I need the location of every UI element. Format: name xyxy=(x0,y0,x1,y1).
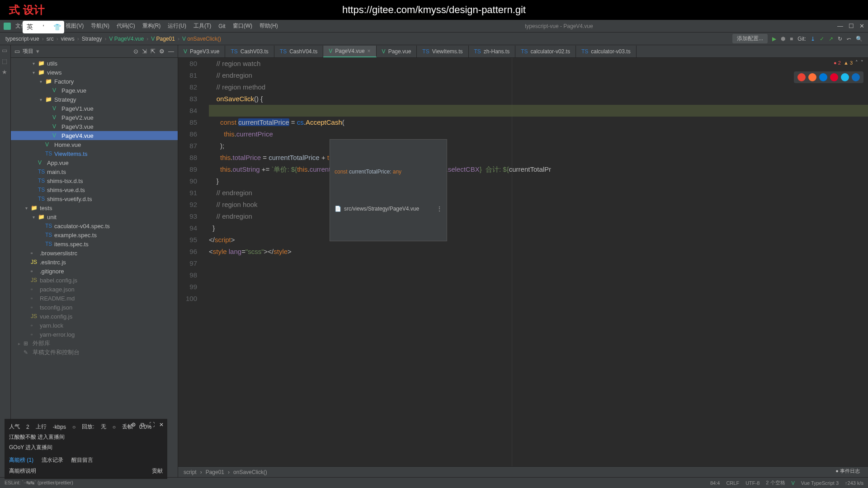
menu-item[interactable]: 代码(C) xyxy=(114,22,138,30)
tree-item[interactable]: ▫yarn-error.log xyxy=(11,330,178,339)
menu-item[interactable]: 重构(R) xyxy=(140,22,164,30)
tree-item[interactable]: ▾📁utils xyxy=(11,59,178,68)
git-update-icon[interactable]: ⤓ xyxy=(811,36,815,42)
breadcrumb-item[interactable]: views xyxy=(61,36,75,42)
select-opened-icon[interactable]: ⊙ xyxy=(133,48,138,55)
stop-icon[interactable]: ■ xyxy=(790,36,793,42)
ime-lang[interactable]: 英 xyxy=(24,22,36,33)
tree-item[interactable]: TScaculator-v04.spec.ts xyxy=(11,221,178,230)
firefox-icon[interactable] xyxy=(808,73,816,81)
edge-icon[interactable] xyxy=(819,73,827,81)
minimize-icon[interactable]: — xyxy=(837,23,843,29)
tree-item[interactable]: JS.eslintrc.js xyxy=(11,258,178,267)
editor-tab[interactable]: TSViewItems.ts xyxy=(417,46,468,57)
ime-punct[interactable]: ' xyxy=(37,22,50,33)
tree-item[interactable]: VPage.vue xyxy=(11,86,178,95)
editor-tab[interactable]: TScalculator-v02.ts xyxy=(515,46,576,57)
tree-item[interactable]: ▫.gitignore xyxy=(11,267,178,276)
live-tab[interactable]: 醒目留言 xyxy=(71,456,93,464)
live-pop-icon[interactable]: ⧉ xyxy=(141,422,145,428)
editor-tab[interactable]: VPageV3.vue xyxy=(178,46,225,57)
run-icon[interactable]: ▶ xyxy=(772,36,776,42)
editor-tab[interactable]: TSzh-Hans.ts xyxy=(469,46,516,57)
tree-item[interactable]: TSexample.spec.ts xyxy=(11,230,178,239)
search-icon[interactable]: 🔍 xyxy=(856,36,863,42)
breadcrumb-item[interactable]: src xyxy=(47,36,54,42)
breadcrumb-item[interactable]: V Page01 xyxy=(151,36,175,42)
breadcrumb-item[interactable]: typescript-vue xyxy=(5,36,39,42)
tree-item[interactable]: TSViewItems.ts xyxy=(11,149,178,158)
menu-item[interactable]: 导航(N) xyxy=(88,22,112,30)
insp-down-icon[interactable]: ˅ xyxy=(861,60,863,66)
ime-shirt-icon[interactable]: 👕 xyxy=(51,22,63,33)
tree-item[interactable]: ▫tsconfig.json xyxy=(11,303,178,312)
live-settings-icon[interactable]: ⚙ xyxy=(131,422,136,428)
project-tool-icon[interactable]: ▭ xyxy=(2,47,9,54)
tree-item[interactable]: TSshims-vuetify.d.ts xyxy=(11,194,178,203)
live-tab[interactable]: 高能榜 (1) xyxy=(9,456,33,464)
encoding[interactable]: UTF-8 xyxy=(745,480,760,486)
tree-item[interactable]: ▾📁tests xyxy=(11,203,178,212)
tree-item[interactable]: JSbabel.config.js xyxy=(11,276,178,285)
code-breadcrumb[interactable]: script › Page01 › onSaveClick() xyxy=(178,466,868,477)
edge2-icon[interactable] xyxy=(852,73,860,81)
tree-item[interactable]: ▫README.md xyxy=(11,294,178,303)
opera-icon[interactable] xyxy=(830,73,838,81)
favorites-tool-icon[interactable]: ★ xyxy=(2,69,9,76)
tree-item[interactable]: VPageV3.vue xyxy=(11,122,178,131)
git-revert-icon[interactable]: ⤺ xyxy=(847,36,851,42)
chrome-icon[interactable] xyxy=(797,73,806,81)
menu-item[interactable]: 运行(U) xyxy=(165,22,189,30)
tree-item[interactable]: VPageV1.vue xyxy=(11,104,178,113)
expand-all-icon[interactable]: ⇲ xyxy=(142,48,147,55)
live-close-icon[interactable]: ✕ xyxy=(159,422,164,428)
event-log-button[interactable]: ● 事件日志 xyxy=(832,467,863,475)
tree-item[interactable]: ▾📁Strategy xyxy=(11,95,178,104)
live-tab[interactable]: 流水记录 xyxy=(42,456,63,464)
tree-item[interactable]: TSmain.ts xyxy=(11,167,178,176)
git-history-icon[interactable]: ↻ xyxy=(838,36,842,42)
ie-icon[interactable] xyxy=(841,73,849,81)
tree-item[interactable]: TSitems.spec.ts xyxy=(11,239,178,249)
line-sep[interactable]: CRLF xyxy=(726,480,739,486)
editor-tab[interactable]: VPage.vue xyxy=(377,46,417,57)
menu-item[interactable]: 帮助(H) xyxy=(257,22,281,30)
breadcrumb-item[interactable]: Strategy xyxy=(82,36,102,42)
tree-item[interactable]: ▾📁Factory xyxy=(11,77,178,86)
maximize-icon[interactable]: ☐ xyxy=(849,23,854,29)
structure-tool-icon[interactable]: ⬚ xyxy=(2,58,9,65)
menu-item[interactable]: 工具(T) xyxy=(191,22,214,30)
live-expand-icon[interactable]: ⛶ xyxy=(149,422,155,428)
breadcrumb-item[interactable]: V onSaveClick() xyxy=(182,36,221,42)
tree-item[interactable]: ▾📁views xyxy=(11,68,178,77)
tree-item[interactable]: ▫yarn.lock xyxy=(11,321,178,330)
settings-icon[interactable]: ⚙ xyxy=(159,48,165,55)
editor-tab[interactable]: VPageV4.vue× xyxy=(323,46,376,57)
tree-item[interactable]: TSshims-vue.d.ts xyxy=(11,185,178,194)
run-config-dropdown[interactable]: 添加配置... xyxy=(732,34,768,43)
tree-item[interactable]: VApp.vue xyxy=(11,158,178,167)
git-commit-icon[interactable]: ✓ xyxy=(820,36,824,42)
tree-item[interactable]: ▸⊞外部库 xyxy=(11,339,178,348)
tree-item[interactable]: JSvue.config.js xyxy=(11,312,178,321)
git-push-icon[interactable]: ↗ xyxy=(829,36,833,42)
inspections-widget[interactable]: ● 2 ▲ 3 ˄ ˅ xyxy=(834,60,863,66)
tree-item[interactable]: ▫package.json xyxy=(11,285,178,294)
line-gutter[interactable]: 8081828384858687888990919293949596979899… xyxy=(178,58,205,466)
editor-tab[interactable]: TSCashV03.ts xyxy=(225,46,274,57)
more-icon[interactable]: ⋮ xyxy=(437,203,442,215)
close-icon[interactable]: ✕ xyxy=(859,23,864,29)
tree-item[interactable]: ▫.browserslistrc xyxy=(11,249,178,258)
debug-icon[interactable]: ⬢ xyxy=(781,36,785,42)
caret-pos[interactable]: 84:4 xyxy=(710,480,720,486)
tree-item[interactable]: VPageV2.vue xyxy=(11,113,178,122)
hide-panel-icon[interactable]: — xyxy=(168,48,174,55)
tree-item[interactable]: ✎草稿文件和控制台 xyxy=(11,348,178,357)
tree-item[interactable]: TSshims-tsx.d.ts xyxy=(11,176,178,185)
tree-item[interactable]: ▾📁unit xyxy=(11,212,178,221)
menu-item[interactable]: 窗口(W) xyxy=(230,22,255,30)
breadcrumb-item[interactable]: V PageV4.vue xyxy=(109,36,144,42)
menu-item[interactable]: 视图(V) xyxy=(63,22,86,30)
ime-toolbar[interactable]: 英 ' 👕 xyxy=(23,21,64,33)
collapse-all-icon[interactable]: ⇱ xyxy=(151,48,156,55)
